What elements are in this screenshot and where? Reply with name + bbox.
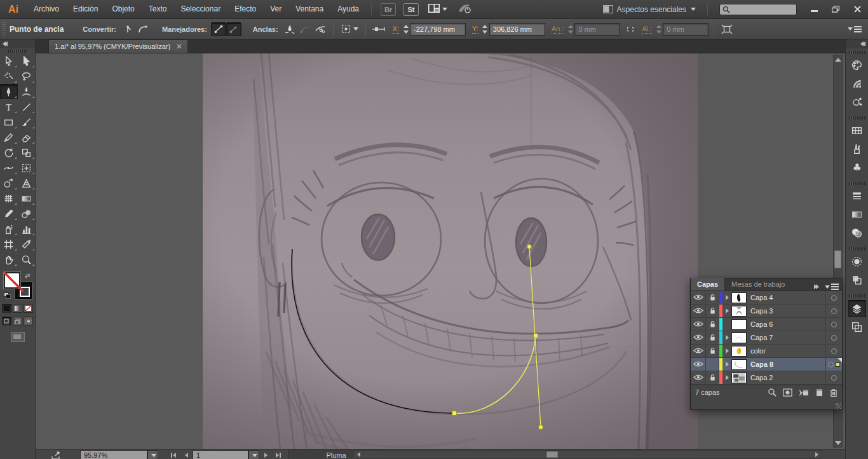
fill-stroke-widget[interactable]: ⇄ — [4, 272, 32, 299]
target-circle-icon[interactable] — [831, 295, 837, 301]
brushes-panel-button[interactable] — [848, 140, 866, 158]
connect-path-button[interactable] — [297, 22, 313, 36]
rotate-tool[interactable] — [0, 145, 18, 160]
gradient-mode-button[interactable] — [13, 304, 22, 313]
eraser-tool[interactable] — [18, 130, 36, 145]
target-column[interactable] — [825, 291, 842, 304]
pen-tool[interactable] — [0, 84, 18, 99]
gradient-panel-button[interactable] — [848, 206, 866, 223]
locate-object-button[interactable] — [768, 388, 776, 397]
last-artboard-button[interactable] — [272, 450, 285, 459]
curvature-tool[interactable] — [18, 84, 36, 99]
next-artboard-button[interactable] — [259, 450, 272, 459]
layer-row-capa-8[interactable]: Capa 8 — [691, 358, 842, 371]
rectangle-tool[interactable] — [0, 114, 18, 130]
layer-row-capa-6[interactable]: Capa 6 — [691, 318, 842, 331]
color-guide-panel-button[interactable] — [848, 75, 866, 92]
lock-toggle[interactable] — [706, 318, 719, 331]
shape-builder-tool[interactable] — [0, 175, 18, 191]
zoom-dropdown-button[interactable] — [147, 450, 158, 459]
menu-archivo[interactable]: Archivo — [27, 0, 66, 18]
dock-gripper[interactable] — [849, 247, 865, 250]
column-graph-tool[interactable] — [18, 221, 36, 236]
layer-thumbnail[interactable] — [731, 332, 747, 343]
target-column[interactable] — [825, 305, 842, 317]
layer-name[interactable]: color — [750, 347, 825, 355]
remove-anchor-button[interactable] — [282, 22, 297, 36]
lasso-tool[interactable] — [18, 69, 36, 84]
swatches-panel-button[interactable] — [848, 122, 866, 139]
export-button[interactable] — [51, 449, 62, 459]
control-panel-menu-button[interactable] — [846, 26, 862, 32]
layer-name[interactable]: Capa 8 — [750, 360, 825, 368]
lock-toggle[interactable] — [706, 305, 719, 317]
layer-name[interactable]: Capa 3 — [750, 307, 825, 315]
color-mode-button[interactable] — [2, 304, 11, 313]
first-artboard-button[interactable] — [167, 450, 180, 459]
menu-objeto[interactable]: Objeto — [105, 0, 141, 18]
new-sublayer-button[interactable] — [799, 388, 809, 397]
menu-edicion[interactable]: Edición — [66, 0, 105, 18]
hide-handles-button[interactable] — [226, 22, 241, 36]
document-tab[interactable]: 1.ai* al 95,97% (CMYK/Previsualizar) — [48, 39, 188, 53]
expand-toggle[interactable] — [722, 362, 731, 367]
lock-toggle[interactable] — [706, 345, 719, 357]
selection-tool[interactable] — [0, 53, 18, 69]
bridge-button[interactable]: Br — [381, 3, 396, 16]
draw-behind-button[interactable] — [13, 317, 22, 325]
width-label[interactable]: An.: — [552, 25, 564, 34]
dock-gripper[interactable] — [849, 116, 865, 120]
y-stepper[interactable] — [481, 23, 489, 36]
slice-tool[interactable] — [18, 236, 36, 252]
y-field[interactable]: 306,826 mm — [489, 23, 545, 36]
symbol-sprayer-tool[interactable] — [0, 221, 18, 236]
lock-toggle[interactable] — [706, 358, 719, 371]
artboard-tool[interactable] — [0, 236, 18, 252]
visibility-toggle[interactable] — [691, 291, 706, 304]
target-circle-icon[interactable] — [831, 308, 837, 314]
lock-toggle[interactable] — [706, 331, 719, 344]
visibility-toggle[interactable] — [691, 345, 706, 357]
close-button[interactable] — [846, 0, 868, 18]
transform-options-button[interactable] — [339, 22, 360, 36]
target-column[interactable] — [825, 318, 842, 331]
horizontal-scrollbar[interactable] — [353, 450, 822, 459]
horizontal-scroll-thumb[interactable] — [546, 451, 558, 458]
expand-toggle[interactable] — [722, 335, 731, 340]
make-clipping-mask-button[interactable] — [783, 388, 792, 397]
hand-tool[interactable] — [0, 252, 18, 267]
y-label[interactable]: Y: — [472, 25, 478, 34]
fill-swatch-none[interactable] — [4, 272, 20, 289]
scroll-down-button[interactable] — [834, 439, 842, 447]
visibility-toggle[interactable] — [691, 318, 706, 331]
dock-gripper[interactable] — [849, 294, 865, 298]
show-handles-button[interactable] — [211, 22, 226, 36]
panel-resize-grip[interactable] — [836, 403, 841, 409]
lock-toggle[interactable] — [706, 371, 719, 384]
panel-gripper[interactable] — [2, 22, 6, 36]
expand-toggle[interactable] — [722, 308, 731, 313]
default-fill-stroke-icon[interactable] — [4, 292, 11, 299]
gradient-tool[interactable] — [18, 191, 36, 206]
menu-ventana[interactable]: Ventana — [288, 0, 330, 18]
zoom-tool[interactable] — [18, 252, 36, 267]
menu-ayuda[interactable]: Ayuda — [330, 0, 366, 18]
layers-panel-menu-button[interactable] — [823, 284, 839, 290]
expand-toggle[interactable] — [722, 348, 731, 353]
paintbrush-tool[interactable] — [18, 114, 36, 130]
menu-seleccionar[interactable]: Seleccionar — [173, 0, 227, 18]
new-layer-button[interactable] — [815, 388, 824, 397]
zoom-level-field[interactable]: 95,97% — [80, 450, 147, 459]
artboards-panel-button[interactable] — [848, 319, 866, 336]
tab-capas[interactable]: Capas — [691, 278, 725, 291]
tools-gripper[interactable] — [0, 48, 35, 53]
type-tool[interactable]: T — [0, 99, 18, 114]
layer-name[interactable]: Capa 7 — [750, 334, 825, 341]
screen-mode-button[interactable] — [11, 332, 25, 342]
dock-gripper[interactable] — [849, 182, 865, 185]
scroll-right-button[interactable] — [812, 451, 821, 458]
layer-thumbnail[interactable] — [731, 359, 747, 370]
menu-efecto[interactable]: Efecto — [227, 0, 263, 18]
direct-selection-tool[interactable] — [18, 53, 36, 69]
perspective-grid-tool[interactable] — [18, 175, 36, 191]
